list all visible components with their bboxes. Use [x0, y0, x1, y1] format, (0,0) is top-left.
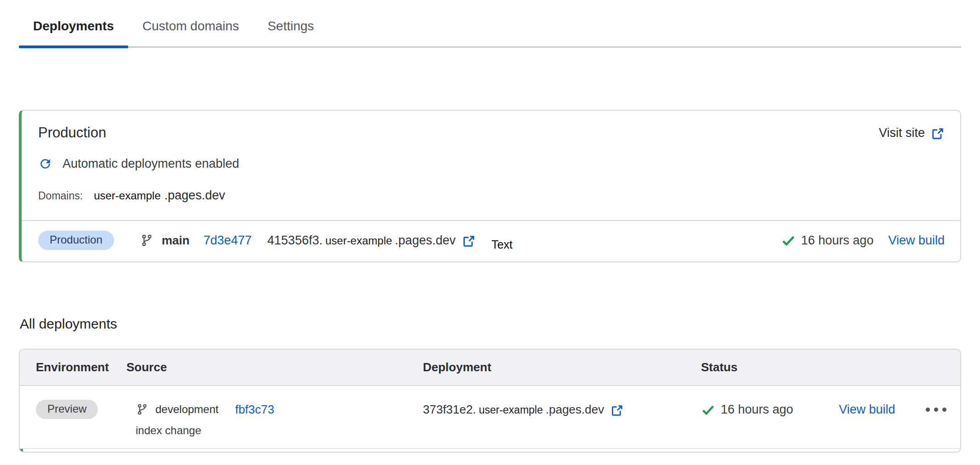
- external-link-icon: [931, 127, 945, 141]
- view-build-link[interactable]: View build: [839, 403, 895, 417]
- deployment-url-suffix: .pages.dev: [395, 233, 456, 248]
- deployment-url-name: user-example: [479, 404, 543, 416]
- visit-site-link[interactable]: Visit site: [879, 126, 945, 140]
- external-link-icon[interactable]: [610, 404, 624, 417]
- column-header-status: Status: [701, 360, 960, 374]
- branch-name: development: [155, 403, 218, 416]
- commit-link[interactable]: fbf3c73: [235, 403, 274, 417]
- deployment-url[interactable]: 373f31e2. user-example .pages.dev: [423, 403, 624, 417]
- table-row: Preview development: [20, 386, 960, 449]
- branch-name: main: [162, 233, 190, 248]
- row-note-text: Text: [491, 238, 513, 251]
- view-build-link[interactable]: View build: [888, 233, 945, 248]
- table-header-row: Environment Source Deployment Status: [20, 350, 960, 386]
- success-check-icon: [701, 403, 715, 417]
- production-deployment-row: Production main 7d3e477 415356f3. user-e…: [22, 220, 960, 261]
- deployment-url-suffix: .pages.dev: [546, 403, 604, 417]
- production-card-title: Production: [38, 125, 106, 141]
- column-header-source: Source: [126, 360, 423, 374]
- tab-custom-domains[interactable]: Custom domains: [128, 0, 253, 46]
- deployment-url-prefix: 415356f3.: [268, 233, 323, 248]
- success-check-icon: [781, 233, 796, 248]
- deployment-url[interactable]: 415356f3. user-example .pages.dev: [268, 233, 476, 248]
- auto-deploy-refresh-icon: [38, 157, 52, 171]
- environment-badge: Preview: [36, 400, 98, 419]
- domains-label: Domains:: [38, 190, 83, 202]
- column-header-deployment: Deployment: [423, 360, 701, 374]
- external-link-icon[interactable]: [462, 234, 476, 248]
- all-deployments-heading: All deployments: [20, 316, 980, 332]
- domain-suffix: .pages.dev: [165, 188, 225, 203]
- deployment-url-name: user-example: [325, 234, 392, 247]
- deployment-time: 16 hours ago: [801, 233, 874, 248]
- commit-link[interactable]: 7d3e477: [203, 233, 251, 248]
- next-row-green-accent: [20, 449, 23, 452]
- column-header-environment: Environment: [20, 360, 126, 374]
- git-branch-icon: [140, 233, 154, 247]
- git-branch-icon: [136, 403, 148, 416]
- overflow-menu-icon[interactable]: [926, 408, 946, 412]
- deployment-time: 16 hours ago: [721, 403, 793, 417]
- all-deployments-table: Environment Source Deployment Status Pre…: [19, 349, 961, 453]
- auto-deploy-text: Automatic deployments enabled: [63, 157, 239, 171]
- tabs-bar: Deployments Custom domains Settings: [19, 0, 961, 48]
- deployment-url-prefix: 373f31e2.: [423, 403, 476, 417]
- tab-deployments[interactable]: Deployments: [19, 0, 128, 46]
- domain-name: user-example: [94, 189, 160, 202]
- tab-settings[interactable]: Settings: [253, 0, 328, 46]
- environment-badge: Production: [38, 231, 114, 250]
- commit-message: index change: [136, 424, 423, 437]
- production-card: Production Visit site Automatic deploym: [19, 110, 961, 262]
- visit-site-label: Visit site: [879, 126, 925, 140]
